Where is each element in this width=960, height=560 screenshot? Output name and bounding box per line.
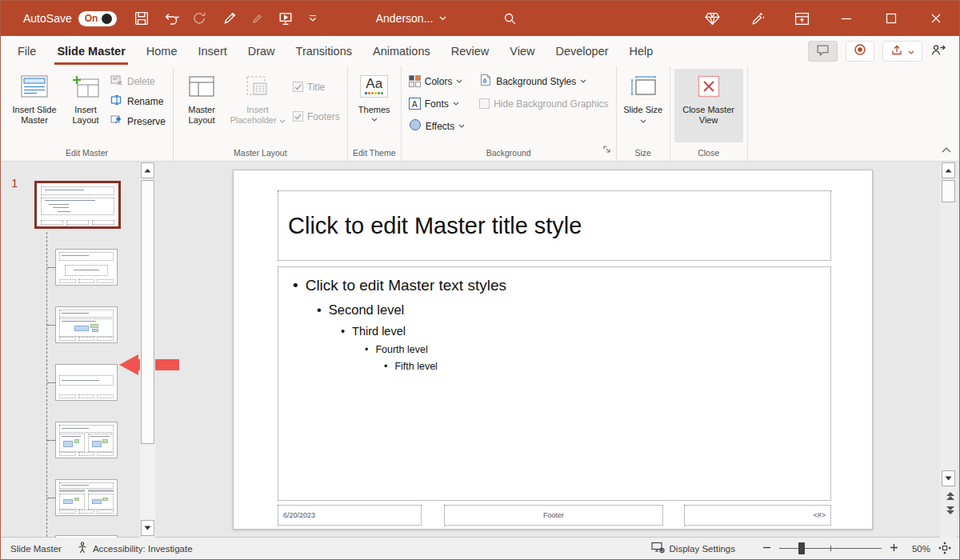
delete-slide-icon — [110, 74, 123, 89]
next-slide-button[interactable] — [943, 504, 958, 517]
background-dialog-launcher-icon[interactable] — [603, 142, 611, 157]
tab-developer[interactable]: Developer — [545, 36, 618, 66]
group-edit-theme: Aa Themes Edit Theme — [348, 66, 402, 161]
document-name: Anderson... — [376, 12, 434, 25]
record-button[interactable] — [846, 41, 874, 62]
tab-view[interactable]: View — [499, 36, 545, 66]
insert-slide-master-button[interactable]: Insert Slide Master — [5, 69, 64, 142]
fonts-menu-button[interactable]: A Fonts — [406, 94, 468, 114]
tab-review[interactable]: Review — [441, 36, 500, 66]
group-size: Slide Size Size — [617, 66, 670, 161]
tab-draw[interactable]: Draw — [238, 36, 286, 66]
tab-animations[interactable]: Animations — [362, 36, 441, 66]
status-bar: Slide Master Accessibility: Investigate … — [1, 537, 959, 559]
hide-background-graphics-checkbox[interactable]: Hide Background Graphics — [476, 94, 611, 114]
ribbon-display-options-button[interactable] — [790, 6, 814, 30]
checkbox-checked-icon — [293, 111, 303, 122]
insert-placeholder-button[interactable]: Insert Placeholder — [226, 69, 290, 142]
tab-help[interactable]: Help — [619, 36, 664, 66]
insert-layout-button[interactable]: Insert Layout — [64, 69, 107, 142]
designer-button[interactable] — [700, 6, 724, 30]
document-name-button[interactable]: Anderson... — [376, 12, 447, 25]
zoom-in-button[interactable] — [890, 543, 898, 554]
tab-transitions[interactable]: Transitions — [286, 36, 362, 66]
zoom-out-button[interactable] — [762, 543, 771, 554]
scroll-up-button[interactable] — [141, 162, 154, 178]
zoom-level[interactable]: 50% — [906, 544, 930, 554]
tab-file[interactable]: File — [7, 36, 46, 66]
master-layout-button[interactable]: Master Layout — [178, 69, 226, 142]
scrollbar-thumb[interactable] — [141, 180, 154, 444]
highlighter-button[interactable] — [245, 6, 269, 30]
layout-thumbnail-comparison[interactable] — [55, 479, 118, 516]
slide-size-icon — [630, 73, 657, 100]
thumbnail-scrollbar[interactable] — [140, 162, 155, 538]
autosave-toggle[interactable]: On — [78, 11, 117, 26]
close-master-view-button[interactable]: Close Master View — [674, 69, 743, 142]
toggle-knob-icon — [102, 14, 112, 24]
comments-button[interactable] — [808, 41, 838, 62]
title-checkbox[interactable]: Title — [290, 77, 343, 97]
autosave-label: AutoSave — [23, 12, 72, 25]
record-icon — [854, 43, 866, 59]
person-share-icon[interactable] — [930, 43, 946, 60]
view-status-label[interactable]: Slide Master — [10, 544, 62, 554]
themes-button[interactable]: Aa Themes — [352, 69, 397, 142]
redo-button[interactable] — [187, 6, 211, 30]
group-close: Close Master View Close — [670, 66, 748, 161]
master-title-placeholder[interactable]: Click to edit Master title style — [278, 190, 831, 261]
zoom-slider[interactable] — [779, 548, 882, 549]
maximize-button[interactable] — [879, 6, 903, 30]
pen-sparkle-button[interactable] — [745, 6, 769, 30]
autosave-control[interactable]: AutoSave On — [23, 11, 117, 26]
checkbox-checked-icon — [293, 82, 303, 92]
delete-button[interactable]: Delete — [107, 71, 169, 91]
master-body-placeholder[interactable]: Click to edit Master text styles Second … — [278, 266, 831, 501]
layout-thumbnail-content[interactable] — [55, 306, 118, 343]
zoom-slider-handle[interactable] — [798, 542, 805, 554]
slide-editing-canvas[interactable]: Click to edit Master title style Click t… — [233, 170, 873, 530]
preserve-button[interactable]: Preserve — [107, 111, 169, 131]
fit-slide-to-window-button[interactable] — [938, 542, 951, 556]
undo-button[interactable] — [160, 6, 184, 30]
effects-menu-button[interactable]: Effects — [406, 116, 468, 136]
background-styles-menu-button[interactable]: Background Styles — [476, 71, 611, 91]
slide-size-button[interactable]: Slide Size — [621, 69, 666, 142]
slide-number-placeholder[interactable]: <#> — [684, 505, 831, 526]
slideshow-button[interactable] — [274, 6, 298, 30]
close-window-button[interactable] — [924, 6, 948, 30]
layout-thumbnail-partial[interactable] — [55, 535, 118, 538]
tab-insert[interactable]: Insert — [187, 36, 237, 66]
draw-pen-button[interactable] — [218, 6, 242, 30]
tab-home[interactable]: Home — [136, 36, 188, 66]
layout-thumbnail-title-slide[interactable] — [55, 249, 118, 286]
layout-thumbnail-title-only[interactable] — [55, 364, 118, 401]
share-button[interactable] — [882, 41, 922, 62]
scroll-down-button[interactable] — [141, 520, 154, 536]
scroll-up-button[interactable] — [942, 162, 955, 178]
quick-access-options-button[interactable] — [301, 6, 325, 30]
save-icon — [134, 11, 149, 26]
group-label-edit-theme: Edit Theme — [348, 146, 401, 161]
previous-slide-button[interactable] — [943, 490, 958, 502]
layout-thumbnail-two-content[interactable] — [55, 422, 118, 458]
date-placeholder[interactable]: 6/20/2023 — [278, 505, 422, 526]
group-background: Colors A Fonts Effects — [402, 66, 617, 161]
footers-checkbox[interactable]: Footers — [290, 106, 343, 126]
collapse-ribbon-button[interactable] — [942, 142, 951, 156]
accessibility-status[interactable]: Accessibility: Investigate — [76, 542, 193, 556]
slideshow-icon — [278, 11, 293, 26]
scroll-down-button[interactable] — [942, 470, 955, 486]
save-button[interactable] — [130, 6, 154, 30]
search-button[interactable] — [498, 6, 522, 30]
scrollbar-thumb[interactable] — [942, 180, 955, 202]
main-scrollbar[interactable] — [940, 162, 957, 538]
tab-slide-master[interactable]: Slide Master — [46, 36, 135, 66]
rename-button[interactable]: Rename — [107, 91, 169, 111]
display-settings-button[interactable]: Display Settings — [651, 542, 735, 555]
layout-connector-line — [46, 232, 47, 537]
footer-placeholder[interactable]: Footer — [444, 505, 663, 526]
colors-menu-button[interactable]: Colors — [406, 71, 468, 91]
minimize-button[interactable] — [834, 6, 858, 30]
slide-master-thumbnail[interactable] — [34, 181, 121, 229]
